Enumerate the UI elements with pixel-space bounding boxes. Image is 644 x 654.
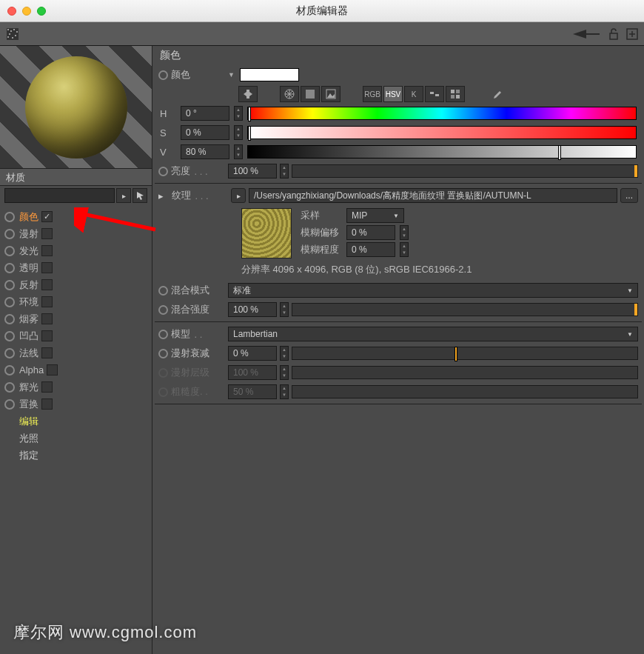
blur-offset-spinner[interactable]: ▲▼ <box>400 225 409 240</box>
channel-radio[interactable] <box>4 297 15 307</box>
brightness-spinner[interactable]: ▲▼ <box>280 164 289 178</box>
falloff-radio[interactable] <box>158 349 168 358</box>
channel-checkbox[interactable]: ✓ <box>41 211 53 222</box>
channel-radio[interactable] <box>4 212 15 222</box>
channel-checkbox[interactable] <box>41 279 53 290</box>
channel-radio[interactable] <box>4 229 15 239</box>
hsv-V-spinner[interactable]: ▲▼ <box>234 144 243 159</box>
material-menu-button[interactable]: ▸ <box>116 188 131 203</box>
channel-透明[interactable]: 透明 <box>0 259 152 276</box>
channel-漫射[interactable]: 漫射 <box>0 225 152 242</box>
texture-browse-button[interactable]: ▸ <box>231 188 246 203</box>
channel-radio[interactable] <box>4 331 15 341</box>
subtab-光照[interactable]: 光照 <box>0 430 152 447</box>
hsv-S-slider[interactable] <box>247 126 637 139</box>
channel-checkbox[interactable] <box>47 364 58 376</box>
texture-more-button[interactable]: ... <box>620 188 638 203</box>
color-label: 颜色 <box>171 68 190 81</box>
channel-辉光[interactable]: 辉光 <box>0 378 152 396</box>
falloff-spinner[interactable]: ▲▼ <box>280 346 289 361</box>
hsv-H-spinner[interactable]: ▲▼ <box>234 106 243 121</box>
subtab-指定[interactable]: 指定 <box>0 447 152 464</box>
channel-发光[interactable]: 发光 <box>0 242 152 259</box>
channel-checkbox[interactable] <box>41 245 53 256</box>
channel-烟雾[interactable]: 烟雾 <box>0 310 152 327</box>
channel-checkbox[interactable] <box>41 228 53 239</box>
blur-offset-field[interactable]: 0 % <box>346 225 395 240</box>
model-radio[interactable] <box>158 330 168 339</box>
mixstrength-label: 混合强度 <box>171 303 209 316</box>
eyedropper-icon[interactable] <box>487 86 506 102</box>
hsv-V-field[interactable]: 80 % <box>181 144 229 159</box>
channel-radio[interactable] <box>4 246 15 256</box>
sampling-dropdown[interactable]: MIP▼ <box>346 208 404 223</box>
channel-checkbox[interactable] <box>41 330 53 341</box>
channel-环境[interactable]: 环境 <box>0 293 152 310</box>
image-picker-icon[interactable] <box>321 86 341 102</box>
color-anim-radio[interactable] <box>158 70 168 80</box>
material-picker-button[interactable] <box>133 188 147 203</box>
mixmode-dropdown[interactable]: 标准▼ <box>228 283 638 298</box>
rgb-mode-button[interactable]: RGB <box>363 86 382 102</box>
brightness-slider[interactable] <box>292 164 638 178</box>
channel-checkbox[interactable] <box>41 347 53 358</box>
channel-checkbox[interactable] <box>41 381 53 393</box>
mixstrength-radio[interactable] <box>158 305 168 315</box>
channel-radio[interactable] <box>4 348 15 358</box>
channel-checkbox[interactable] <box>41 296 53 307</box>
swatches-icon[interactable] <box>446 86 465 102</box>
channel-颜色[interactable]: 颜色✓ <box>0 208 152 225</box>
falloff-field[interactable]: 0 % <box>228 346 277 361</box>
blur-scale-field[interactable]: 0 % <box>346 242 395 257</box>
channel-radio[interactable] <box>4 280 15 290</box>
channel-radio[interactable] <box>4 314 15 324</box>
texture-path-field[interactable]: /Users/yangzhixiang/Downloads/高精度地面纹理 置换… <box>249 188 617 203</box>
material-name-input[interactable] <box>4 188 115 203</box>
mixstrength-slider[interactable] <box>292 303 638 316</box>
subtab-编辑[interactable]: 编辑 <box>0 413 152 430</box>
hsv-H-slider[interactable] <box>247 107 637 120</box>
texture-thumbnail[interactable] <box>241 208 292 258</box>
texture-disclosure[interactable]: ▸ <box>158 190 166 201</box>
hsv-S-spinner[interactable]: ▲▼ <box>234 125 243 140</box>
channel-radio[interactable] <box>4 382 15 393</box>
kelvin-mode-button[interactable]: K <box>404 86 423 102</box>
color-swatch[interactable] <box>240 68 299 81</box>
material-preview[interactable] <box>0 46 152 168</box>
channel-radio[interactable] <box>4 263 15 273</box>
channel-radio[interactable] <box>4 399 15 410</box>
noise-icon[interactable] <box>6 27 19 41</box>
rough-radio <box>158 387 168 397</box>
channel-置换[interactable]: 置换 <box>0 396 152 413</box>
hsv-S-label: S <box>160 127 176 139</box>
channel-checkbox[interactable] <box>41 262 53 273</box>
channel-凹凸[interactable]: 凹凸 <box>0 327 152 344</box>
channel-Alpha[interactable]: Alpha <box>0 361 152 378</box>
channel-反射[interactable]: 反射 <box>0 276 152 293</box>
mixer-icon[interactable] <box>425 86 444 102</box>
mixmode-radio[interactable] <box>158 286 168 296</box>
nav-arrow-icon[interactable] <box>571 28 601 40</box>
blur-scale-spinner[interactable]: ▲▼ <box>400 242 409 257</box>
channel-radio[interactable] <box>4 365 15 376</box>
wheel-picker-icon[interactable] <box>280 86 299 102</box>
channel-checkbox[interactable] <box>41 313 53 324</box>
spectrum-picker-icon[interactable] <box>301 86 320 102</box>
lock-icon[interactable] <box>608 28 619 40</box>
color-disclosure[interactable]: ▼ <box>228 71 237 79</box>
falloff-slider[interactable] <box>292 347 638 360</box>
brightness-radio[interactable] <box>158 167 168 176</box>
channel-法线[interactable]: 法线 <box>0 344 152 361</box>
hsv-V-slider[interactable] <box>247 145 637 159</box>
column-picker-icon[interactable] <box>238 86 258 102</box>
new-icon[interactable] <box>626 28 638 40</box>
svg-rect-28 <box>435 94 439 96</box>
hsv-H-field[interactable]: 0 ° <box>181 106 229 121</box>
mixstrength-field[interactable]: 100 % <box>228 302 277 317</box>
model-dropdown[interactable]: Lambertian▼ <box>228 327 638 341</box>
mixstrength-spinner[interactable]: ▲▼ <box>280 302 289 317</box>
hsv-mode-button[interactable]: HSV <box>383 86 403 102</box>
channel-checkbox[interactable] <box>41 398 53 410</box>
brightness-field[interactable]: 100 % <box>228 164 277 178</box>
hsv-S-field[interactable]: 0 % <box>181 125 229 140</box>
